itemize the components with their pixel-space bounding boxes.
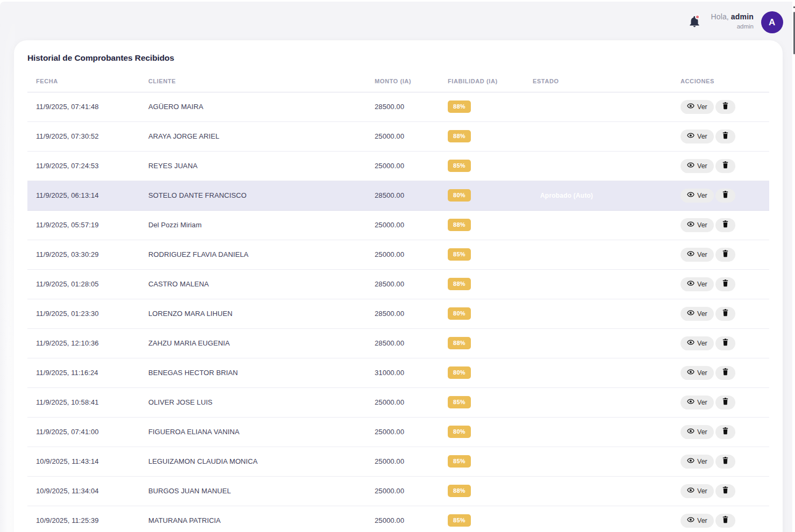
cell-acciones: Ver: [672, 476, 769, 506]
fiabilidad-badge: 85%: [448, 396, 471, 408]
trash-icon: [722, 339, 729, 348]
ver-button[interactable]: Ver: [681, 484, 714, 498]
ver-button[interactable]: Ver: [681, 130, 714, 143]
fiabilidad-badge: 85%: [448, 160, 471, 172]
cell-fecha: 10/9/2025, 11:43:14: [27, 447, 140, 476]
eye-icon: [687, 102, 694, 111]
cell-estado: [524, 447, 672, 476]
ver-button[interactable]: Ver: [681, 277, 714, 291]
receipts-table: FECHA CLIENTE MONTO (IA) FIABILIDAD (IA)…: [27, 70, 769, 532]
row-actions: Ver: [681, 366, 761, 380]
eye-icon: [687, 250, 694, 259]
delete-button[interactable]: [715, 130, 735, 143]
row-actions: Ver: [681, 189, 761, 203]
cell-fiabilidad: 85%: [439, 506, 524, 532]
cell-fiabilidad: 88%: [439, 328, 524, 358]
cell-acciones: Ver: [672, 92, 769, 121]
cell-monto: 25000.00: [366, 210, 439, 240]
cell-fecha: 11/9/2025, 01:23:30: [27, 299, 140, 328]
ver-button-label: Ver: [697, 458, 707, 465]
ver-button-label: Ver: [697, 428, 707, 436]
table-row: 11/9/2025, 03:30:29 RODRIGUEZ FLAVIA DAN…: [27, 240, 769, 269]
ver-button-label: Ver: [697, 369, 707, 377]
delete-button[interactable]: [715, 455, 735, 469]
fiabilidad-badge: 85%: [448, 514, 471, 527]
eye-icon: [687, 161, 694, 170]
cell-estado: [524, 240, 672, 269]
eye-icon: [687, 220, 694, 229]
cell-fiabilidad: 85%: [439, 151, 524, 181]
ver-button-label: Ver: [697, 103, 707, 111]
table-header-row: FECHA CLIENTE MONTO (IA) FIABILIDAD (IA)…: [27, 70, 769, 92]
user-avatar[interactable]: A: [761, 11, 783, 33]
cell-monto: 31000.00: [366, 358, 439, 387]
cell-acciones: Ver: [672, 240, 769, 269]
ver-button[interactable]: Ver: [681, 396, 714, 409]
delete-button[interactable]: [715, 366, 735, 380]
trash-icon: [722, 398, 729, 407]
delete-button[interactable]: [715, 189, 735, 203]
cell-fiabilidad: 80%: [439, 358, 524, 387]
cell-cliente: OLIVER JOSE LUIS: [140, 387, 366, 417]
ver-button[interactable]: Ver: [681, 455, 714, 469]
ver-button[interactable]: Ver: [681, 159, 714, 173]
cell-estado: [524, 417, 672, 447]
ver-button[interactable]: Ver: [681, 336, 714, 350]
ver-button[interactable]: Ver: [681, 248, 714, 262]
estado-badge: Aprobado (Auto): [540, 192, 593, 199]
cell-fecha: 11/9/2025, 07:24:53: [27, 151, 140, 181]
cell-fecha: 11/9/2025, 05:57:19: [27, 210, 140, 240]
cell-fiabilidad: 88%: [439, 121, 524, 151]
cell-fecha: 11/9/2025, 11:16:24: [27, 358, 140, 387]
delete-button[interactable]: [715, 307, 735, 321]
cell-monto: 28500.00: [366, 299, 439, 328]
cell-acciones: Ver: [672, 269, 769, 299]
delete-button[interactable]: [715, 100, 735, 114]
table-row: 11/9/2025, 10:58:41 OLIVER JOSE LUIS 250…: [27, 387, 769, 417]
cell-fecha: 10/9/2025, 11:34:04: [27, 476, 140, 506]
row-actions: Ver: [681, 307, 761, 321]
cell-fecha: 11/9/2025, 01:28:05: [27, 269, 140, 299]
ver-button[interactable]: Ver: [681, 189, 714, 203]
column-header-fecha: FECHA: [27, 70, 140, 92]
eye-icon: [687, 398, 694, 407]
delete-button[interactable]: [715, 218, 735, 232]
cell-estado: [524, 92, 672, 121]
eye-icon: [687, 339, 694, 348]
cell-cliente: AGÜERO MAIRA: [140, 92, 366, 121]
column-header-fiabilidad: FIABILIDAD (IA): [439, 70, 524, 92]
ver-button-label: Ver: [697, 517, 707, 524]
ver-button[interactable]: Ver: [681, 100, 714, 114]
delete-button[interactable]: [715, 159, 735, 173]
delete-button[interactable]: [715, 514, 735, 528]
cell-fecha: 11/9/2025, 10:58:41: [27, 387, 140, 417]
cell-estado: [524, 269, 672, 299]
ver-button[interactable]: Ver: [681, 425, 714, 439]
row-actions: Ver: [681, 336, 761, 350]
fiabilidad-badge: 80%: [448, 307, 471, 320]
delete-button[interactable]: [715, 336, 735, 350]
table-row: 11/9/2025, 11:16:24 BENEGAS HECTOR BRIAN…: [27, 358, 769, 387]
ver-button-label: Ver: [697, 487, 707, 495]
ver-button[interactable]: Ver: [681, 366, 714, 380]
notifications-button[interactable]: [689, 15, 700, 28]
cell-monto: 28500.00: [366, 92, 439, 121]
eye-icon: [687, 486, 694, 495]
ver-button-label: Ver: [697, 399, 707, 406]
delete-button[interactable]: [715, 425, 735, 439]
row-actions: Ver: [681, 455, 761, 469]
ver-button[interactable]: Ver: [681, 218, 714, 232]
trash-icon: [722, 250, 729, 259]
delete-button[interactable]: [715, 248, 735, 262]
delete-button[interactable]: [715, 396, 735, 409]
trash-icon: [722, 191, 729, 200]
cell-monto: 25000.00: [366, 417, 439, 447]
table-row: 11/9/2025, 07:30:52 ARAYA JORGE ARIEL 25…: [27, 121, 769, 151]
ver-button-label: Ver: [697, 281, 707, 288]
delete-button[interactable]: [715, 484, 735, 498]
row-actions: Ver: [681, 277, 761, 291]
trash-icon: [722, 132, 729, 141]
ver-button[interactable]: Ver: [681, 514, 714, 528]
delete-button[interactable]: [715, 277, 735, 291]
ver-button[interactable]: Ver: [681, 307, 714, 321]
